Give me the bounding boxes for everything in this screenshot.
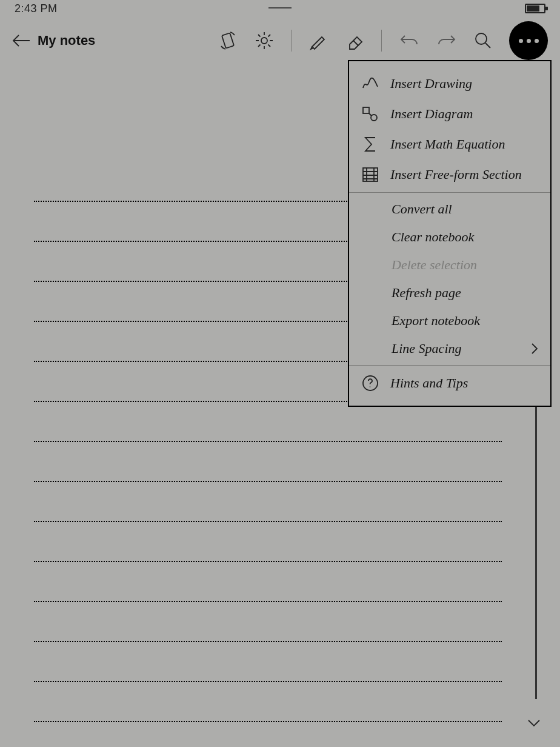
menu-item-delete-selection: Delete selection [349,251,550,279]
pen-icon[interactable] [308,31,328,50]
menu-item-label: Insert Drawing [390,76,472,92]
svg-rect-3 [363,107,369,113]
menu-item-label: Line Spacing [392,341,462,357]
menu-item-insert-math[interactable]: Insert Math Equation [349,129,550,159]
chevron-down-icon[interactable] [527,719,541,728]
menu-item-insert-diagram[interactable]: Insert Diagram [349,99,550,129]
more-dots-icon [519,39,523,43]
drawing-icon [361,75,379,93]
menu-item-label: Insert Free-form Section [390,167,522,183]
rule-line [34,642,502,682]
toolbar-separator [291,30,292,52]
status-handle [268,7,292,8]
svg-point-2 [476,33,487,44]
rule-line [34,402,502,442]
help-icon [361,374,379,392]
more-button[interactable] [509,21,548,60]
status-bar: 2:43 PM [0,0,560,17]
menu-item-line-spacing[interactable]: Line Spacing [349,335,550,363]
menu-item-label: Refresh page [392,285,461,301]
more-menu: Insert Drawing Insert Diagram Insert Mat… [348,60,552,407]
toolbar [218,21,548,60]
menu-item-export-notebook[interactable]: Export notebook [349,307,550,335]
menu-item-refresh-page[interactable]: Refresh page [349,279,550,307]
menu-item-clear-notebook[interactable]: Clear notebook [349,223,550,251]
menu-item-hints-tips[interactable]: Hints and Tips [349,368,550,398]
toolbar-separator [381,30,382,52]
search-icon[interactable] [474,32,492,50]
menu-item-label: Delete selection [392,257,477,273]
redo-icon[interactable] [436,32,457,49]
menu-item-convert-all[interactable]: Convert all [349,195,550,223]
menu-item-label: Export notebook [392,313,480,329]
rule-line [34,522,502,562]
rule-line [34,682,502,722]
back-button[interactable]: My notes [12,33,95,49]
back-arrow-icon [12,34,30,47]
menu-item-insert-drawing[interactable]: Insert Drawing [349,69,550,99]
header: My notes [0,24,560,57]
svg-point-7 [370,386,371,387]
sigma-icon [361,135,379,153]
clock: 2:43 PM [15,2,58,15]
chevron-right-icon [531,343,538,355]
menu-item-label: Insert Math Equation [390,136,505,152]
rule-line [34,562,502,602]
menu-item-label: Insert Diagram [390,106,473,122]
menu-item-label: Clear notebook [392,229,474,245]
menu-item-insert-freeform[interactable]: Insert Free-form Section [349,159,550,190]
rule-line [34,482,502,522]
menu-item-label: Hints and Tips [390,375,468,391]
diagram-icon [361,105,379,123]
brightness-icon[interactable] [255,31,274,50]
undo-icon[interactable] [399,32,419,49]
menu-item-label: Convert all [392,201,452,217]
rule-line [34,442,502,482]
svg-point-1 [261,38,267,44]
page-title: My notes [38,33,95,49]
freeform-icon [361,166,379,184]
eraser-icon[interactable] [345,31,364,50]
battery-icon [525,4,545,13]
rule-line [34,602,502,642]
rotate-icon[interactable] [218,31,238,50]
svg-rect-0 [222,33,234,48]
